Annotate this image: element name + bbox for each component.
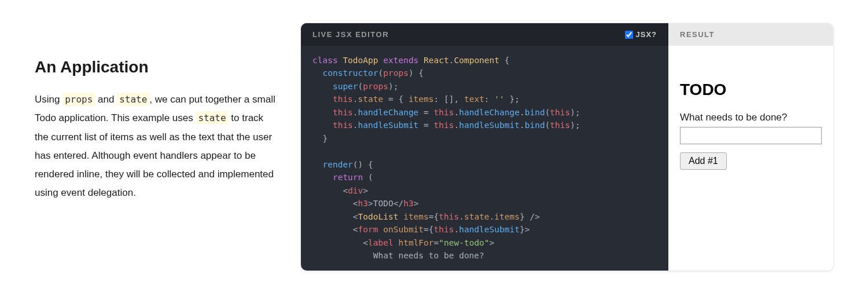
code-line: <label htmlFor="new-todo"> [312,236,657,249]
code-line: <div> [312,184,657,197]
code-line: render() { [312,158,657,171]
code-editor[interactable]: class TodoApp extends React.Component { … [301,46,668,271]
code-line: constructor(props) { [312,67,657,79]
intro-text: to track the current list of items as we… [35,112,274,198]
jsx-toggle[interactable]: JSX? [625,30,657,39]
intro-paragraph: Using props and state, we can put togeth… [35,90,278,203]
code-line: <form onSubmit={this.handleSubmit}> [312,223,657,236]
jsx-toggle-label: JSX? [635,30,657,39]
code-line: super(props); [312,80,657,93]
code-line: this.state = { items: [], text: '' }; [312,93,657,105]
editor-title: LIVE JSX EDITOR [312,30,389,39]
code-line: return ( [312,171,657,184]
intro-text: Using [35,94,62,105]
result-panel: RESULT TODO What needs to be done? Add #… [668,23,833,271]
todo-heading: TODO [680,81,822,99]
jsx-checkbox[interactable] [625,31,633,39]
editor-header: LIVE JSX EDITOR JSX? [301,23,668,46]
code-line: What needs to be done? [312,249,657,262]
code-line: this.handleChange = this.handleChange.bi… [312,106,657,119]
inline-code-state: state [117,93,149,106]
inline-code-props: props [62,93,95,106]
result-body: TODO What needs to be done? Add #1 [668,46,833,181]
code-line [312,145,657,158]
add-button[interactable]: Add #1 [680,152,727,170]
code-line: } [312,132,657,145]
inline-code-state-2: state [196,111,228,125]
result-title: RESULT [668,23,833,46]
editor-panel: LIVE JSX EDITOR JSX? class TodoApp exten… [301,23,668,271]
todo-label: What needs to be done? [680,112,822,123]
code-line: class TodoApp extends React.Component { [312,54,657,67]
playground: LIVE JSX EDITOR JSX? class TodoApp exten… [301,23,833,271]
intro-panel: An Application Using props and state, we… [35,23,278,203]
todo-input[interactable] [680,127,822,144]
code-line: <TodoList items={this.state.items} /> [312,210,657,223]
intro-text: and [95,94,117,105]
intro-heading: An Application [35,58,278,76]
code-line: this.handleSubmit = this.handleSubmit.bi… [312,119,657,132]
code-line: <h3>TODO</h3> [312,197,657,210]
